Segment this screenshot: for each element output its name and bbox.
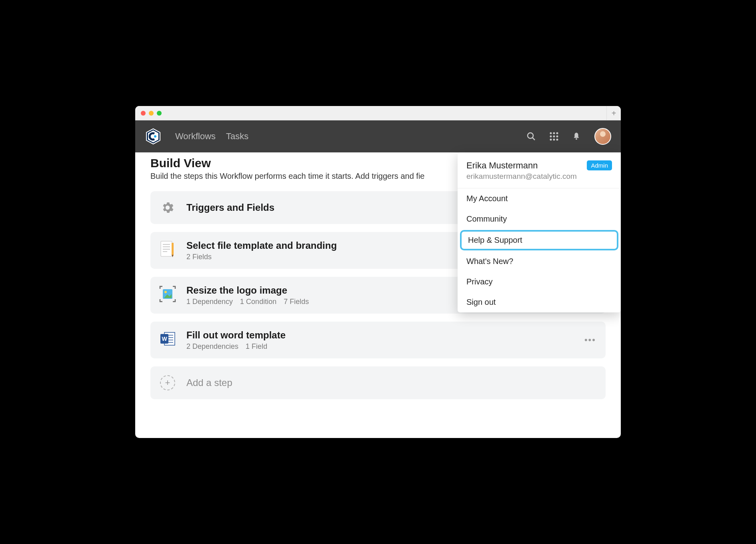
meta-dependency: 1 Dependency <box>186 298 233 306</box>
minimize-window-button[interactable] <box>149 111 154 116</box>
svg-line-4 <box>532 138 535 140</box>
apps-grid-icon[interactable] <box>550 132 558 141</box>
meta-condition: 1 Condition <box>240 298 276 306</box>
app-window: + Workflows Tasks <box>135 106 621 438</box>
dropdown-header: Erika Mustermann erikamustermann@catalyt… <box>458 152 621 188</box>
close-window-button[interactable] <box>141 111 146 116</box>
dropdown-whats-new[interactable]: What's New? <box>458 251 621 272</box>
meta-dependencies: 2 Dependencies <box>186 342 238 351</box>
card-meta: 2 Dependencies 1 Field <box>186 342 286 351</box>
dropdown-privacy[interactable]: Privacy <box>458 272 621 292</box>
svg-point-7 <box>556 132 558 134</box>
svg-point-11 <box>550 139 552 141</box>
svg-rect-20 <box>172 243 174 255</box>
admin-badge: Admin <box>587 160 612 170</box>
add-step-label: Add a step <box>186 377 232 388</box>
form-icon <box>158 240 177 258</box>
nav-tasks[interactable]: Tasks <box>226 131 248 142</box>
resize-image-icon <box>158 285 177 303</box>
meta-field: 1 Field <box>246 342 267 351</box>
svg-point-9 <box>553 136 555 138</box>
dropdown-user-email: erikamustermann@catalytic.com <box>466 172 577 181</box>
card-meta: 1 Dependency 1 Condition 7 Fields <box>186 298 309 306</box>
card-title: Resize the logo image <box>186 285 309 296</box>
titlebar: + <box>135 106 621 120</box>
svg-point-23 <box>164 291 167 293</box>
add-plus-icon: + <box>158 374 177 392</box>
traffic-lights <box>141 111 162 116</box>
svg-point-14 <box>576 138 577 140</box>
card-title: Triggers and Fields <box>186 202 274 213</box>
user-dropdown: Erika Mustermann erikamustermann@catalyt… <box>458 152 621 312</box>
card-meta: 2 Fields <box>186 253 337 261</box>
svg-point-8 <box>550 136 552 138</box>
svg-point-10 <box>556 136 558 138</box>
gear-icon <box>158 198 177 217</box>
word-doc-icon: W <box>158 330 177 348</box>
search-icon[interactable] <box>526 132 536 141</box>
meta-fields: 2 Fields <box>186 253 212 261</box>
meta-fields: 7 Fields <box>284 298 309 306</box>
app-logo[interactable] <box>145 128 162 145</box>
card-title: Select file template and branding <box>186 240 337 251</box>
step-card-3[interactable]: W Fill out word template 2 Dependencies … <box>150 322 606 358</box>
add-step-card[interactable]: + Add a step <box>150 366 606 399</box>
dropdown-my-account[interactable]: My Account <box>458 188 621 209</box>
svg-point-5 <box>550 132 552 134</box>
svg-point-12 <box>553 139 555 141</box>
card-title: Fill out word template <box>186 330 286 341</box>
svg-point-13 <box>556 139 558 141</box>
new-tab-button[interactable]: + <box>606 106 621 120</box>
dropdown-user-name: Erika Mustermann <box>466 160 577 171</box>
svg-point-6 <box>553 132 555 134</box>
dropdown-sign-out[interactable]: Sign out <box>458 292 621 312</box>
nav-links: Workflows Tasks <box>175 131 248 142</box>
topbar-right <box>526 128 611 145</box>
svg-point-2 <box>154 135 156 138</box>
topbar: Workflows Tasks <box>135 120 621 152</box>
svg-point-3 <box>528 133 533 138</box>
bell-icon[interactable] <box>572 132 581 141</box>
avatar[interactable] <box>594 128 611 145</box>
dropdown-help-support[interactable]: Help & Support <box>460 230 618 250</box>
dropdown-community[interactable]: Community <box>458 209 621 229</box>
svg-text:W: W <box>162 336 167 342</box>
nav-workflows[interactable]: Workflows <box>175 131 216 142</box>
svg-rect-15 <box>161 241 172 256</box>
maximize-window-button[interactable] <box>157 111 162 116</box>
more-options-icon[interactable]: ••• <box>584 335 596 345</box>
